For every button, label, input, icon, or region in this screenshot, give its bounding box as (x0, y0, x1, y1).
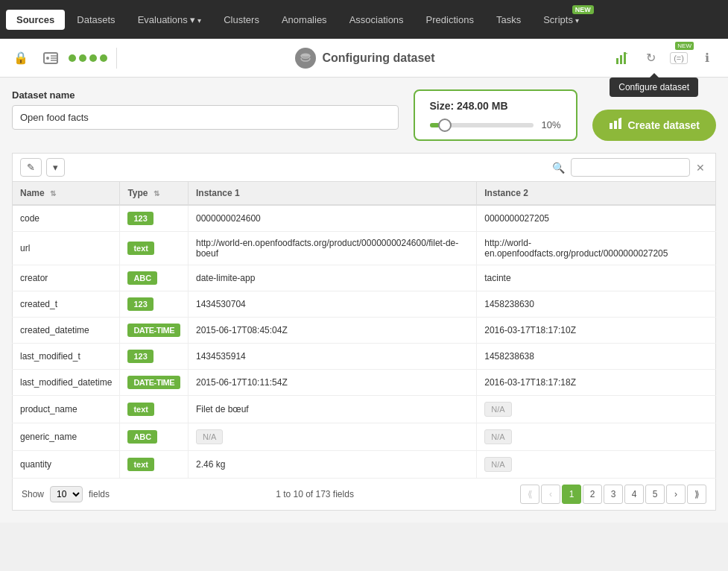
table-row: urltexthttp://world-en.openfoodfacts.org… (13, 232, 716, 265)
code-icon[interactable]: (=) NEW (667, 46, 691, 70)
page-4-btn[interactable]: 4 (624, 485, 644, 504)
cell-type: text (120, 451, 189, 479)
lock-icon: 🔒 (9, 46, 33, 70)
configure-tooltip: Configure dataset (610, 78, 698, 97)
dataset-icon (295, 48, 316, 69)
create-icon (609, 117, 622, 133)
cell-name: creator (13, 265, 120, 291)
create-dataset-button[interactable]: Create dataset (592, 110, 717, 141)
pagination-info: 1 to 10 of 173 fields (115, 489, 514, 499)
col-name[interactable]: Name ⇅ (13, 182, 120, 206)
cell-name: last_modified_t (13, 344, 120, 370)
progress-dots (69, 54, 107, 62)
cell-instance2: 0000000027205 (477, 205, 716, 232)
search-clear-icon[interactable]: ✕ (693, 159, 708, 177)
search-icon: 🔍 (549, 159, 568, 177)
table-row: created_t12314345307041458238630 (13, 291, 716, 318)
slider-percent: 10% (541, 119, 560, 130)
cell-instance1: 2.46 kg (188, 451, 476, 479)
info-icon[interactable]: ℹ (695, 46, 719, 70)
cell-type: ABC (120, 265, 189, 291)
svg-rect-7 (620, 55, 622, 64)
nav-item-evaluations[interactable]: Evaluations ▾ (127, 10, 212, 30)
page-1-btn[interactable]: 1 (562, 485, 581, 504)
cell-name: last_modified_datetime (13, 370, 120, 396)
type-badge: text (127, 242, 154, 255)
nav-item-associations[interactable]: Associations (339, 10, 414, 30)
edit-button[interactable]: ✎ (20, 158, 42, 177)
page-3-btn[interactable]: 3 (604, 485, 623, 504)
col-type[interactable]: Type ⇅ (120, 182, 189, 206)
type-badge: text (127, 458, 154, 471)
type-badge: text (127, 403, 154, 416)
nav-item-scripts[interactable]: ScriptsNEW (533, 10, 589, 30)
nav-item-sources[interactable]: Sources (6, 10, 65, 30)
chart-icon[interactable] (610, 46, 634, 70)
per-page-select[interactable]: 10 25 50 (50, 486, 83, 502)
search-input[interactable] (571, 158, 690, 177)
cell-type: 123 (120, 344, 189, 370)
toolbar-title: Configuring dataset (126, 48, 604, 69)
table-row: last_modified_datetimeDATE-TIME2015-06-1… (13, 370, 716, 396)
table-row: quantitytext2.46 kgN/A (13, 451, 716, 479)
toolbar: 🔒 Configuring dataset (0, 39, 728, 78)
nav-item-tasks[interactable]: Tasks (486, 10, 531, 30)
nav-item-datasets[interactable]: Datasets (66, 10, 125, 30)
first-page-btn[interactable]: ⟪ (520, 485, 539, 504)
slider-thumb[interactable] (438, 119, 452, 132)
svg-rect-11 (618, 119, 621, 129)
nav-item-predictions[interactable]: Predictions (416, 10, 484, 30)
svg-point-5 (301, 53, 310, 57)
cell-instance1: 2015-06-17T08:45:04Z (188, 318, 476, 344)
svg-rect-9 (610, 123, 613, 129)
page-2-btn[interactable]: 2 (583, 485, 602, 504)
cell-type: text (120, 396, 189, 423)
cell-instance2: http://world-en.openfoodfacts.org/produc… (477, 232, 716, 265)
nav-badge-scripts: NEW (572, 5, 594, 14)
cell-instance1: 0000000024600 (188, 205, 476, 232)
table-row: generic_nameABCN/AN/A (13, 423, 716, 451)
cell-type: DATE-TIME (120, 370, 189, 396)
table-row: creatorABCdate-limite-apptacinte (13, 265, 716, 291)
next-page-btn[interactable]: › (666, 485, 686, 504)
nav-item-anomalies[interactable]: Anomalies (271, 10, 338, 30)
cell-instance1: http://world-en.openfoodfacts.org/produc… (188, 232, 476, 265)
dropdown-button[interactable]: ▾ (46, 158, 65, 177)
cell-name: quantity (13, 451, 120, 479)
nav-item-clusters[interactable]: Clusters (213, 10, 270, 30)
last-page-btn[interactable]: ⟫ (687, 485, 706, 504)
cell-instance2: 1458238638 (477, 344, 716, 370)
cell-name: generic_name (13, 423, 120, 451)
cell-name: code (13, 205, 120, 232)
dataset-name-label: Dataset name (12, 89, 399, 101)
svg-point-1 (46, 57, 49, 60)
svg-rect-8 (624, 52, 626, 64)
slider-track[interactable] (430, 123, 534, 127)
refresh-icon[interactable]: ↻ (639, 46, 662, 70)
page-5-btn[interactable]: 5 (645, 485, 665, 504)
dataset-config-row: Dataset name Size: 248.00 MB 10% (12, 89, 716, 141)
table-row: product_nametextFilet de bœufN/A (13, 396, 716, 423)
na-badge: N/A (484, 402, 511, 417)
table-row: created_datetimeDATE-TIME2015-06-17T08:4… (13, 318, 716, 344)
data-table: Name ⇅ Type ⇅ Instance 1 Instance 2 code… (12, 181, 716, 479)
dataset-name-section: Dataset name (12, 89, 399, 130)
table-footer: Show 10 25 50 fields 1 to 10 of 173 fiel… (12, 479, 716, 511)
dataset-name-input[interactable] (12, 105, 399, 130)
svg-rect-10 (614, 121, 617, 129)
cell-instance1: N/A (188, 423, 476, 451)
prev-page-btn[interactable]: ‹ (541, 485, 560, 504)
type-badge: 123 (127, 297, 153, 311)
cell-instance1: date-limite-app (188, 265, 476, 291)
cell-instance2: 2016-03-17T18:17:10Z (477, 318, 716, 344)
cell-instance2: N/A (477, 396, 716, 423)
type-badge: ABC (127, 271, 157, 285)
table-row: last_modified_t12314345359141458238638 (13, 344, 716, 370)
cell-instance1: Filet de bœuf (188, 396, 476, 423)
top-navigation: SourcesDatasetsEvaluations ▾ClustersAnom… (0, 0, 728, 39)
cell-instance1: 1434530704 (188, 291, 476, 318)
table-row: code12300000000246000000000027205 (13, 205, 716, 232)
source-icon[interactable] (39, 46, 63, 70)
table-header-row: Name ⇅ Type ⇅ Instance 1 Instance 2 (13, 182, 716, 206)
fields-label: fields (89, 489, 110, 499)
